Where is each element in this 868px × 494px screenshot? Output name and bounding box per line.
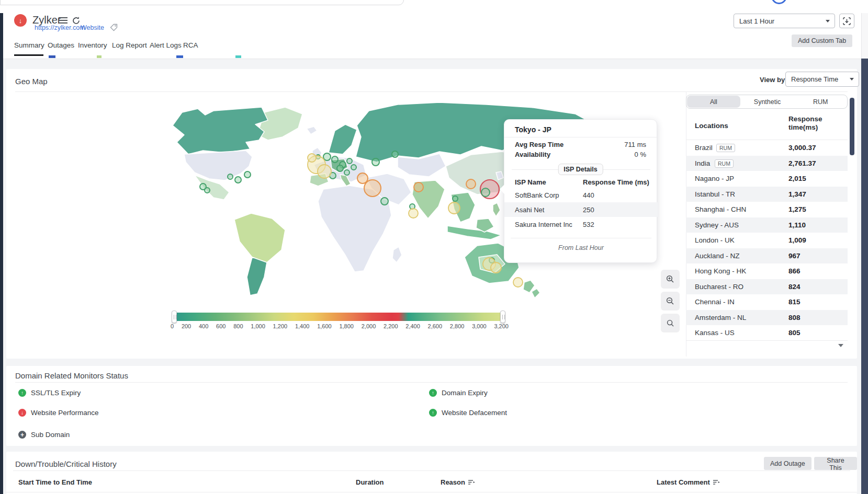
- location-type-segmented-control: All Synthetic RUM: [686, 95, 848, 109]
- view-by-select[interactable]: Response Time: [785, 72, 859, 87]
- column-header-latest-comment: Latest Comment: [657, 478, 720, 486]
- top-strip: [0, 0, 868, 13]
- active-tab-indicator: [14, 54, 43, 56]
- scrolled-content-fragment: [235, 55, 241, 58]
- scale-min-handle[interactable]: [172, 311, 177, 323]
- monitor-type-link[interactable]: Website: [81, 24, 104, 31]
- status-up-icon: ↑: [429, 389, 437, 397]
- rum-badge: RUM: [715, 159, 734, 168]
- scrolled-content-fragment: [97, 55, 102, 58]
- zoom-in-icon: [666, 275, 674, 283]
- chevron-down-icon: [826, 20, 830, 22]
- table-row[interactable]: Sydney - AUS1,110: [686, 217, 848, 233]
- scroll-down-chevron-icon[interactable]: [838, 344, 843, 347]
- table-row[interactable]: Auckland - NZ967: [686, 248, 848, 264]
- monitor-item-sub-domain[interactable]: + Sub Domain: [18, 431, 70, 439]
- column-header-reason: Reason: [441, 478, 475, 486]
- add-outage-button[interactable]: Add Outage: [764, 457, 811, 470]
- tooltip-pointer: [500, 185, 504, 194]
- divider: [6, 492, 857, 492]
- column-header-start-end: Start Time to End Time: [18, 478, 92, 486]
- scale-tick-labels: 0200 400600 8001,000 1,2001,400 1,6001,8…: [171, 323, 509, 329]
- filter-icon[interactable]: [468, 479, 475, 485]
- isp-row: Asahi Net 250: [504, 202, 658, 217]
- chevron-down-icon: [850, 78, 854, 81]
- map-zoom-in-button[interactable]: [661, 270, 680, 289]
- locations-table: BrazilRUM3,000.37 IndiaRUM2,761.37 Nagan…: [686, 140, 848, 341]
- monitor-item-domain-expiry[interactable]: ↑ Domain Expiry: [429, 389, 488, 397]
- locations-scrollbar-thumb[interactable]: [850, 98, 854, 155]
- locations-column-header: Locations: [695, 122, 728, 130]
- time-range-value: Last 1 Hour: [739, 17, 774, 25]
- monitor-item-ssl-expiry[interactable]: ↑ SSL/TLS Expiry: [18, 389, 81, 397]
- map-zoom-reset-button[interactable]: [661, 314, 680, 332]
- rum-badge: RUM: [716, 144, 735, 152]
- table-row[interactable]: Hong Kong - HK866: [686, 263, 848, 279]
- tab-rca[interactable]: RCA: [183, 41, 198, 49]
- filter-icon[interactable]: [713, 479, 720, 485]
- tab-inventory[interactable]: Inventory: [78, 41, 107, 49]
- map-zoom-out-button[interactable]: [661, 292, 680, 311]
- isp-row: Sakura Internet Inc 532: [504, 217, 658, 232]
- scale-max-handle[interactable]: [500, 311, 505, 323]
- status-up-icon: ↑: [429, 409, 437, 417]
- isp-name-header: ISP Name: [515, 178, 546, 186]
- table-row[interactable]: IndiaRUM2,761.37: [686, 156, 848, 171]
- share-this-button[interactable]: Share This: [814, 457, 857, 470]
- availability-label: Availability: [515, 151, 550, 158]
- browser-tab-remnant: [0, 0, 404, 5]
- segment-all[interactable]: All: [687, 96, 740, 108]
- monitor-status-down-icon: ↓: [14, 14, 27, 27]
- tooltip-title: Tokyo - JP: [515, 125, 551, 134]
- monitor-item-website-performance[interactable]: ↓ Website Performance: [18, 409, 99, 417]
- segment-synthetic[interactable]: Synthetic: [741, 95, 794, 108]
- avatar[interactable]: [771, 0, 787, 4]
- add-to-dashboard-button[interactable]: [839, 14, 854, 28]
- time-range-select[interactable]: Last 1 Hour: [734, 14, 835, 28]
- table-row[interactable]: BrazilRUM3,000.37: [686, 140, 848, 156]
- add-custom-tab-button[interactable]: Add Custom Tab: [792, 35, 852, 47]
- table-row[interactable]: Bucharest - RO824: [686, 279, 848, 295]
- view-by-label: View by: [760, 76, 785, 84]
- domain-monitors-title: Domain Related Monitors Status: [15, 371, 128, 380]
- table-row[interactable]: Shanghai - CHN1,275: [686, 202, 848, 217]
- column-header-duration: Duration: [356, 478, 384, 486]
- segment-rum[interactable]: RUM: [794, 95, 847, 108]
- tab-log-report[interactable]: Log Report: [112, 41, 147, 49]
- isp-details-chip: ISP Details: [558, 164, 603, 175]
- table-row[interactable]: London - UK1,009: [686, 233, 848, 248]
- status-down-icon: ↓: [18, 409, 26, 417]
- page-scrollbar-thumb[interactable]: [861, 59, 868, 494]
- map-tooltip: Tokyo - JP Avg Resp Time 711 ms Availabi…: [504, 119, 657, 263]
- geo-map-title: Geo Map: [15, 77, 48, 86]
- history-card: Down/Trouble/Critical History Add Outage…: [6, 452, 857, 494]
- tab-alert-logs[interactable]: Alert Logs: [150, 41, 182, 49]
- scrolled-content-fragment: [49, 55, 55, 58]
- table-row[interactable]: Kansas - US805: [686, 325, 848, 341]
- tab-summary[interactable]: Summary: [14, 41, 44, 49]
- isp-response-time-header: Response Time (ms): [583, 178, 649, 186]
- add-to-dashboard-icon: [842, 17, 851, 26]
- view-by-value: Response Time: [791, 75, 838, 83]
- divider: [686, 340, 848, 341]
- divider: [13, 470, 850, 471]
- response-time-column-header: Response time(ms): [788, 115, 846, 132]
- scrolled-content-fragment: [176, 55, 183, 58]
- tooltip-footer: From Last Hour: [504, 244, 658, 251]
- isp-row: SoftBank Corp 440: [504, 188, 658, 202]
- tag-icon[interactable]: [110, 24, 118, 33]
- add-icon: +: [18, 431, 26, 439]
- monitor-header: ↓ Zylker https://zylker.com Website Last…: [3, 13, 861, 59]
- table-row[interactable]: Nagano - JP2,015: [686, 171, 848, 187]
- table-row[interactable]: Chennai - IN815: [686, 294, 848, 310]
- status-up-icon: ↑: [18, 389, 26, 397]
- table-row[interactable]: Istanbul - TR1,347: [686, 187, 848, 202]
- avg-resp-label: Avg Resp Time: [515, 141, 563, 148]
- monitor-item-website-defacement[interactable]: ↑ Website Defacement: [429, 409, 507, 417]
- table-row[interactable]: Amsterdam - NL808: [686, 310, 848, 326]
- monitor-url-link[interactable]: https://zylker.com: [35, 24, 85, 31]
- availability-value: 0 %: [635, 151, 646, 158]
- tab-outages[interactable]: Outages: [48, 41, 74, 49]
- left-sidebar-edge: [0, 13, 3, 494]
- app-root: ↓ Zylker https://zylker.com Website Last…: [0, 0, 868, 494]
